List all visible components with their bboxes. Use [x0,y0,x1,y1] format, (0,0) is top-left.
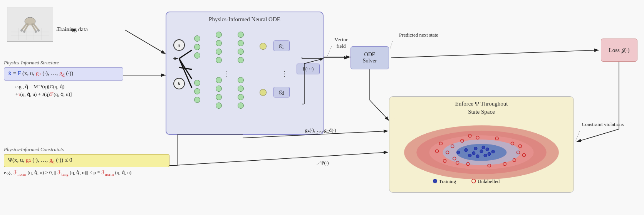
pi-structure-title: Physics-Informed Structure [4,60,123,66]
pi-structure-section: Physics-Informed Structure ẋ = F (x, u, … [4,60,123,98]
svg-line-62 [391,50,599,58]
heatmap-area: Training Unlabelled [392,118,570,187]
input-u-label: u [173,78,185,89]
pi-constraints-equation: Ψ(x, u, g₁ (·), …, gd (·)) ≤ 0 [4,154,169,167]
svg-point-32 [482,146,485,149]
svg-point-52 [433,179,437,183]
training-data-label: Training data [57,26,88,33]
svg-line-69 [169,152,388,166]
neural-ode-box: Physics-Informed Neural ODE x u g1 ⋮ [166,12,324,135]
node [216,32,222,38]
node [216,49,222,55]
predicted-next-state-label: Predicted next state [394,32,444,39]
node [216,102,222,109]
svg-line-77 [316,162,320,166]
neural-ode-title: Physics-Informed Neural ODE [170,16,319,23]
svg-line-66 [577,129,619,142]
pi-structure-equation: ẋ = F (x, u, g₁ (·), …, gd (·)) [4,67,123,81]
f-box: F(⋯) [297,64,320,74]
output-node-bottom [260,89,267,96]
robot-image [7,7,53,42]
svg-text:Unlabelled: Unlabelled [478,178,500,184]
node [194,88,200,94]
node [238,86,244,92]
node [194,44,200,50]
svg-point-14 [37,29,40,32]
gd-box: gd [273,87,290,97]
svg-point-13 [35,30,37,33]
dots-right-middle: ⋮ [281,69,288,78]
dots-middle: ⋮ [223,69,230,78]
svg-point-11 [20,29,23,32]
diagram-container: Training data Physics-Informed Structure… [0,0,644,215]
constraint-violations-label: Constraint violations [578,121,628,128]
pi-constraints-title: Physics-Informed Constraints [4,146,169,153]
svg-point-24 [488,153,491,156]
pi-structure-example: e.g., q̈ = M⁻¹(q)[C(q, q̇) +τ(q, q̇, u) … [4,83,123,98]
svg-point-22 [472,151,475,155]
node [238,49,244,55]
svg-line-64 [370,100,389,121]
svg-point-31 [457,151,460,154]
node [194,35,200,42]
node [194,97,200,103]
svg-point-25 [474,147,477,150]
node [238,57,244,63]
node [194,80,200,86]
ode-solver-box: ODE Solver [351,46,389,69]
input-x-label: x [173,39,185,51]
svg-line-75 [576,131,580,141]
node [216,94,222,100]
svg-point-29 [476,155,479,158]
node [216,77,222,83]
node [238,77,244,83]
loss-box: Loss 𝒥(·) [601,39,637,62]
svg-point-21 [465,148,468,151]
g1-box: g1 [273,40,290,51]
node [216,57,222,63]
node [238,32,244,38]
pi-constraints-section: Physics-Informed Constraints Ψ(x, u, g₁ … [4,146,169,176]
node [194,52,200,59]
output-node-top [260,43,267,50]
node [238,40,244,46]
svg-point-30 [491,150,495,153]
training-data-text: Training data [57,26,88,32]
psi-label: Ψ(·) [320,160,329,166]
node [216,40,222,46]
svg-point-28 [484,154,487,157]
node [238,94,244,100]
enforce-psi-box: Enforce Ψ Throughout State Space [389,96,574,193]
svg-line-59 [125,30,166,54]
svg-line-74 [390,40,393,49]
pi-constraints-example: e.g., ℱnorm (q, q̇, u) ≥ 0, || ℱtang (q,… [4,170,169,176]
ode-solver-label: ODE Solver [363,52,377,64]
node [238,102,244,109]
vector-field-label: Vector field [330,37,352,50]
g1-gd-label: g₁(·), …, g_d(·) [305,127,336,133]
pi-structure-xdot: ẋ [8,70,12,76]
node [216,86,222,92]
loss-label: Loss 𝒥(·) [609,47,630,54]
enforce-title: Enforce Ψ Throughout State Space [392,100,570,116]
svg-point-23 [480,149,483,153]
svg-point-26 [486,148,489,151]
svg-point-27 [468,154,471,157]
svg-text:Training: Training [439,178,456,184]
svg-point-12 [23,30,25,33]
